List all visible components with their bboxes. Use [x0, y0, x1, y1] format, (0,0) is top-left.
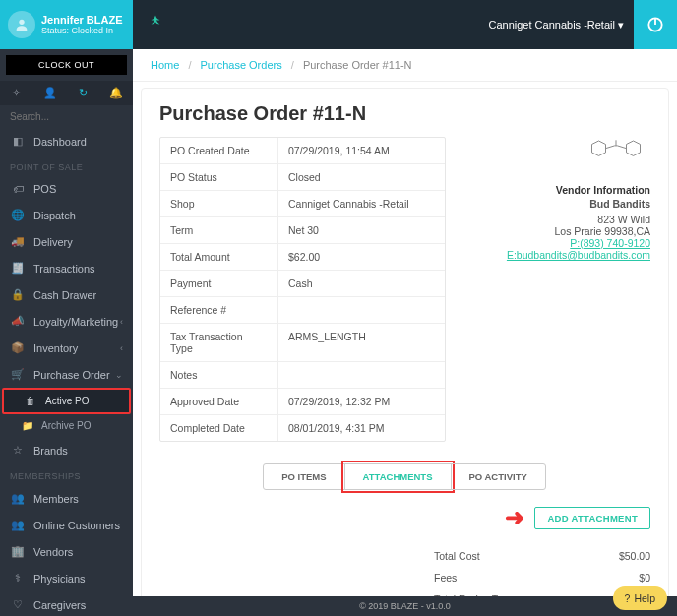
tab-po-activity[interactable]: PO ACTIVITY	[451, 463, 546, 490]
user-status: Status: Clocked In	[41, 26, 123, 35]
sidebar-item-dispatch[interactable]: 🌐Dispatch	[0, 202, 133, 228]
sidebar-item-cash-drawer[interactable]: 🔒Cash Drawer	[0, 281, 133, 308]
help-widget[interactable]: ? Help	[613, 586, 667, 610]
vendor-info-title: Vendor Information	[463, 184, 650, 196]
sidebar-item-members[interactable]: 👥Members	[0, 485, 133, 512]
po-row-key: Total Amount	[160, 244, 278, 270]
svg-marker-4	[627, 141, 641, 155]
sidebar-item-inventory[interactable]: 📦Inventory‹	[0, 335, 133, 361]
svg-marker-3	[592, 141, 606, 155]
medical-icon: ⚕	[10, 572, 26, 585]
footer-text: © 2019 BLAZE - v1.0.0	[359, 601, 451, 611]
footer: © 2019 BLAZE - v1.0.0	[133, 596, 677, 616]
vendor-panel: Vendor Information Bud Bandits 823 W Wil…	[463, 137, 650, 442]
po-row-key: PO Status	[160, 164, 278, 190]
svg-line-6	[617, 146, 626, 149]
po-row-key: Approved Date	[160, 389, 278, 414]
sidebar-sub-active-po[interactable]: 🗑Active PO	[4, 390, 129, 412]
po-row-value: $62.00	[278, 244, 445, 270]
sidebar-section-pos: POINT OF SALE	[0, 154, 133, 176]
sidebar-item-brands[interactable]: ☆Brands	[0, 437, 133, 463]
po-row-value: Net 30	[278, 217, 445, 243]
heart-icon: ♡	[10, 598, 26, 611]
total-row: Total Cost$50.00	[434, 545, 650, 567]
tag-icon: 🏷	[10, 183, 26, 195]
po-row: PaymentCash	[160, 271, 445, 297]
dashboard-icon: ◧	[10, 135, 26, 148]
shop-selector[interactable]: Canniget Cannabis -Retail ▾	[489, 19, 624, 31]
po-row-value: 08/01/2019, 4:31 PM	[278, 415, 445, 441]
sidebar-mini-tabs: ✧ 👤 ↻ 🔔	[0, 81, 133, 105]
building-icon: 🏢	[10, 545, 26, 558]
po-row: Notes	[160, 362, 445, 389]
po-row-key: Term	[160, 217, 278, 243]
receipt-icon: 🧾	[10, 262, 26, 275]
sidebar-item-transactions[interactable]: 🧾Transactions	[0, 255, 133, 281]
add-attachment-button[interactable]: ADD ATTACHMENT	[534, 507, 650, 529]
topbar-main: Canniget Cannabis -Retail ▾	[133, 0, 634, 49]
po-row: Tax Transaction TypeARMS_LENGTH	[160, 324, 445, 362]
po-row-key: PO Created Date	[160, 138, 278, 163]
chevron-left-icon: ‹	[120, 317, 123, 327]
sidebar-item-delivery[interactable]: 🚚Delivery	[0, 228, 133, 255]
clock-out-button[interactable]: CLOCK OUT	[6, 55, 127, 75]
svg-point-0	[19, 20, 24, 25]
box-icon: 📦	[10, 341, 26, 354]
sidebar-item-vendors[interactable]: 🏢Vendors	[0, 538, 133, 565]
total-row: Fees$0	[434, 567, 650, 588]
sidebar-tab-1[interactable]: ✧	[0, 81, 33, 105]
sidebar-tab-user-icon[interactable]: 👤	[33, 81, 67, 105]
molecule-icon	[463, 137, 650, 172]
po-row-key: Payment	[160, 271, 278, 296]
megaphone-icon: 📣	[10, 315, 26, 328]
sidebar-item-caregivers[interactable]: ♡Caregivers	[0, 591, 133, 616]
main-content: Home / Purchase Orders / Purchase Order …	[133, 49, 677, 596]
po-row-value: Cash	[278, 271, 445, 296]
po-row-value	[278, 297, 445, 323]
user-meta: Jennifer BLAZE Status: Clocked In	[41, 14, 123, 35]
vendor-name: Bud Bandits	[463, 198, 650, 210]
breadcrumb: Home / Purchase Orders / Purchase Order …	[133, 49, 677, 82]
sidebar: CLOCK OUT ✧ 👤 ↻ 🔔 ◧Dashboard POINT OF SA…	[0, 49, 133, 616]
sidebar-sub-archive-po[interactable]: 📁Archive PO	[0, 414, 133, 437]
breadcrumb-po-list[interactable]: Purchase Orders	[201, 59, 282, 71]
po-row: TermNet 30	[160, 217, 445, 244]
sidebar-item-dashboard[interactable]: ◧Dashboard	[0, 128, 133, 154]
vendor-phone[interactable]: P:(893) 740-9120	[463, 237, 650, 249]
avatar	[8, 11, 35, 38]
po-row: PO Created Date07/29/2019, 11:54 AM	[160, 138, 445, 164]
sidebar-tab-refresh-icon[interactable]: ↻	[67, 81, 100, 105]
sidebar-item-purchase-order[interactable]: 🛒Purchase Order⌄	[0, 361, 133, 388]
po-row: PO StatusClosed	[160, 164, 445, 191]
sidebar-item-loyalty[interactable]: 📣Loyalty/Marketing‹	[0, 308, 133, 335]
po-row-value: 07/29/2019, 12:32 PM	[278, 389, 445, 414]
vendor-addr2: Los Prarie 99938,CA	[463, 225, 650, 237]
breadcrumb-home[interactable]: Home	[151, 59, 179, 71]
sidebar-item-online-customers[interactable]: 👥Online Customers	[0, 512, 133, 538]
po-row-value: Closed	[278, 164, 445, 190]
po-row: Approved Date07/29/2019, 12:32 PM	[160, 389, 445, 415]
users-icon: 👥	[10, 519, 26, 531]
vendor-email[interactable]: E:budbandits@budbandits.com	[463, 249, 650, 261]
globe-icon: 🌐	[10, 209, 26, 221]
sidebar-item-pos[interactable]: 🏷POS	[0, 176, 133, 202]
tab-po-items[interactable]: PO ITEMS	[263, 463, 344, 490]
sidebar-tab-bell-icon[interactable]: 🔔	[99, 81, 133, 105]
svg-line-5	[606, 146, 615, 149]
user-panel: Jennifer BLAZE Status: Clocked In	[0, 0, 133, 49]
logout-button[interactable]	[634, 0, 677, 49]
chevron-down-icon: ⌄	[115, 370, 123, 380]
cart-icon: 🛒	[10, 368, 26, 381]
topbar: Jennifer BLAZE Status: Clocked In Cannig…	[0, 0, 677, 49]
chevron-left-icon: ‹	[120, 343, 123, 353]
star-icon: ☆	[10, 444, 26, 457]
po-row-key: Completed Date	[160, 415, 278, 441]
tab-attachments[interactable]: ATTACHMENTS	[344, 463, 452, 490]
po-row-key: Tax Transaction Type	[160, 324, 278, 361]
sidebar-item-physicians[interactable]: ⚕Physicians	[0, 565, 133, 591]
search-input[interactable]	[0, 105, 133, 128]
po-row-value: Canniget Cannabis -Retail	[278, 191, 445, 216]
po-row: Total Amount$62.00	[160, 244, 445, 271]
po-row-key: Reference #	[160, 297, 278, 323]
page-title: Purchase Order #11-N	[159, 102, 650, 125]
